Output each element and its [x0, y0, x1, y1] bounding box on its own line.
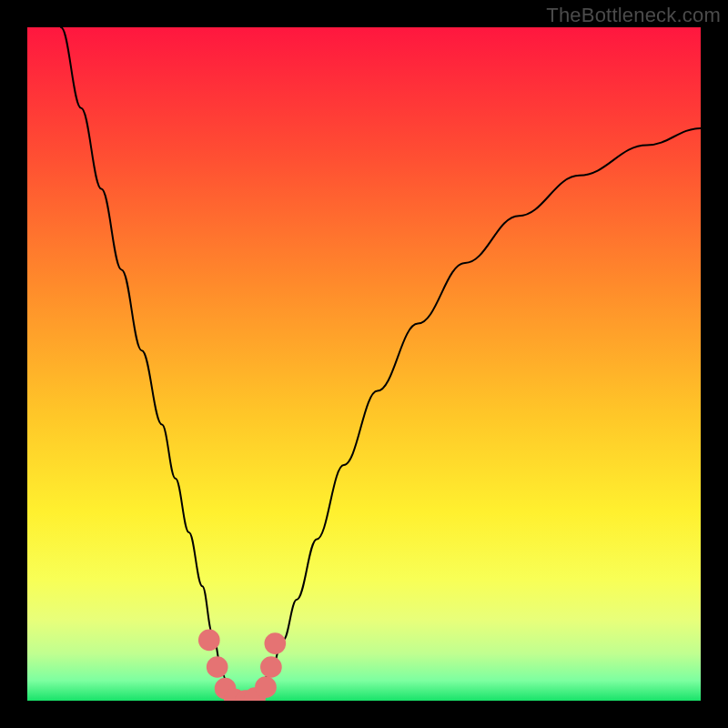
marker-right-low: [255, 676, 277, 698]
gradient-background: [27, 27, 701, 701]
marker-left-mid: [207, 656, 228, 678]
outer-frame: TheBottleneck.com: [0, 0, 728, 728]
marker-right-top: [264, 632, 286, 654]
marker-right-mid: [260, 656, 282, 678]
chart-svg: [27, 27, 701, 701]
marker-left-top: [198, 630, 220, 652]
watermark-text: TheBottleneck.com: [546, 4, 721, 27]
plot-area: [27, 27, 701, 701]
